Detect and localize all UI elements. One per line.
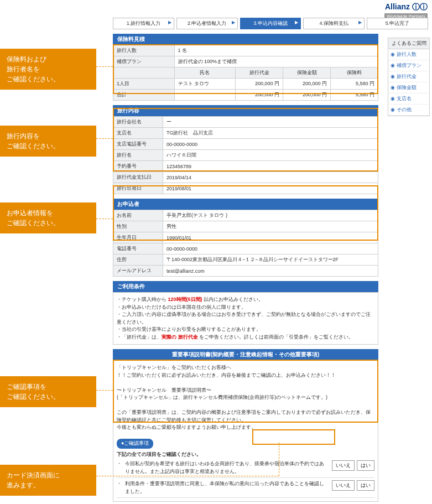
premium-table: 旅行人数1 名 補償プラン旅行代金の 100%まで補償 氏名旅行代金保険金額保険… [113, 45, 378, 101]
brand-logo: Allianz ⓘⓘ Worldwide Partners [384, 2, 428, 19]
callout-premium: 保険料および 旅行者名を ご確認ください。 [0, 49, 96, 90]
chevron-right-icon: ▶ [358, 20, 362, 25]
chevron-right-icon: ▶ [295, 20, 298, 25]
step-2: 2.申込者情報入力▶ [176, 18, 238, 29]
connector [96, 390, 113, 391]
callout-payment: カード決済画面に 進みます。 [0, 465, 96, 496]
connector [96, 219, 113, 219]
section-trip-header: 旅行内容 [113, 105, 378, 116]
step-5: 5.申込完了 [367, 18, 428, 29]
chevron-right-icon: ▶ [168, 20, 171, 25]
step-4: 4.保険料支払▶ [303, 18, 365, 29]
connector [279, 443, 279, 476]
value: 1 名 [174, 45, 378, 56]
table-row: 1人目テスト タロウ200,000 円200,000 円5,580 円 [113, 79, 378, 90]
no-button[interactable]: いいえ [332, 480, 355, 491]
progress-steps: 1.旅行情報入力▶ 2.申込者情報入力▶ 3.申込内容確認▶ 4.保険料支払▶ … [113, 18, 428, 29]
section-applicant-header: お申込者 [113, 199, 378, 210]
connector [96, 66, 113, 67]
section-terms-header: ご利用条件 [113, 281, 378, 292]
no-button[interactable]: いいえ [332, 460, 355, 471]
chevron-right-icon: ▶ [232, 20, 235, 25]
confirm-lead: 下記の全ての項目をご確認ください。 [117, 451, 374, 459]
step-1: 1.旅行情報入力▶ [113, 18, 174, 29]
yes-button[interactable]: はい [357, 480, 374, 491]
connector [96, 138, 113, 139]
label: 旅行人数 [113, 45, 175, 56]
label: 補償プラン [113, 56, 175, 67]
step-3: 3.申込内容確認▶ [240, 18, 301, 29]
confirm-item: ・利用条件・重要事項説明書に同意し、本保険が私の意向に沿った内容であることを確認… [117, 478, 374, 498]
yes-button[interactable]: はい [357, 460, 374, 471]
terms-body: ・チケット購入時から 120時間(5日間) 以内にお申込みください。 ・お申込み… [113, 292, 378, 345]
value: 旅行代金の 100%まで補償 [174, 56, 378, 67]
callout-applicant: お申込者情報を ご確認ください。 [0, 202, 96, 233]
table-row-total: 合計200,000 円200,000 円5,580 円 [113, 90, 378, 101]
confirm-item: ・今回私が契約を希望する旅行はいわゆる企画旅行であり、搭乗券や宿泊単体の予約では… [117, 458, 374, 478]
confirm-header: ●ご確認事項 [117, 439, 153, 449]
trip-table: 旅行会社名ー 支店名TG旅行社 品川支店 支店電話番号00-0000-0000 … [113, 116, 378, 194]
callout-trip: 旅行内容を ご確認ください。 [0, 126, 96, 157]
section-important-header: 重要事項説明書(契約概要・注意喚起情報・その他重要事項) [113, 349, 378, 360]
callout-confirm: ご確認事項を ご確認ください。 [0, 376, 96, 407]
section-premium-header: 保険料見積 [113, 34, 378, 45]
important-body: 「トリップキャンセル」をご契約いただくお客様へ ！！ご契約いただく前に必ずお読み… [113, 360, 378, 502]
applicant-table: お名前手巣戸太郎(テスト タロウ ) 性別男性 生年月日1990/01/01 電… [113, 210, 378, 277]
connector [96, 476, 279, 476]
